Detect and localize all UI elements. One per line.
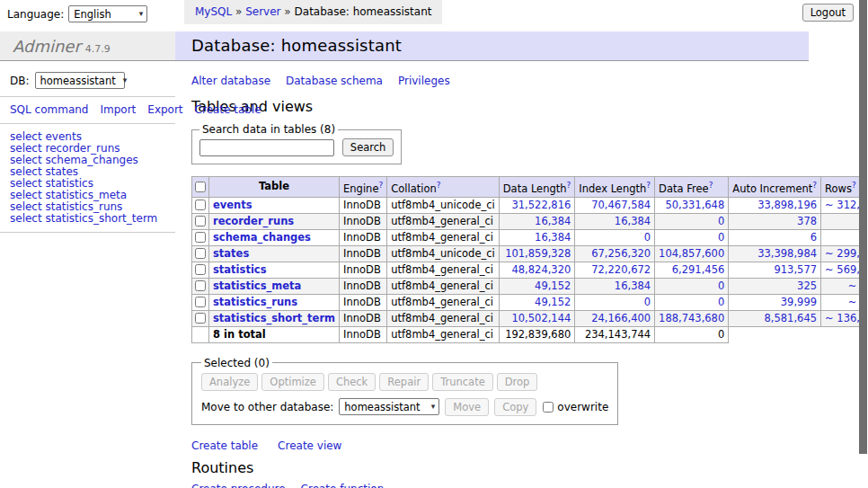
data_length-link[interactable]: 16,384 [535,231,571,244]
data_free-link[interactable]: 0 [718,215,724,227]
scrollbar[interactable] [859,0,868,488]
data_free-link[interactable]: 0 [718,296,724,308]
breadcrumb-link[interactable]: MySQL [195,5,232,18]
truncate-button[interactable]: Truncate [432,373,493,391]
table-name-link[interactable]: events [213,199,252,211]
cell-index_length: 70,467,584 [575,197,655,213]
cell-collation: utf8mb4_general_ci [387,294,500,310]
data_length-link[interactable]: 49,152 [535,279,571,292]
data_length-link[interactable]: 10,502,144 [511,312,571,324]
copy-button[interactable]: Copy [494,398,536,416]
breadcrumb-current: Database: homeassistant [295,5,432,18]
row-checkbox-cell [192,294,209,310]
move-db-select[interactable]: homeassistant ▾ [339,398,439,415]
table-name-link[interactable]: recorder_runs [213,215,294,227]
cell-index_length: 72,220,672 [575,262,655,278]
db-select[interactable]: homeassistant ▾ [35,72,125,89]
auto_increment-link[interactable]: 33,898,196 [757,199,817,211]
table-name-link[interactable]: schema_changes [213,231,311,244]
data_length-link[interactable]: 16,384 [535,215,571,227]
index_length-link[interactable]: 24,166,400 [591,312,651,324]
row-checkbox[interactable] [195,264,206,275]
table-name-link[interactable]: statistics_runs [213,296,297,308]
sidebar-action-links: SQL commandImportExportCreate table [10,104,164,116]
row-checkbox[interactable] [195,200,206,210]
column-help-link[interactable]: ? [812,181,817,190]
row-checkbox[interactable] [195,313,206,324]
table-name-link[interactable]: statistics [213,263,267,276]
subnav-link[interactable]: Database schema [286,75,383,87]
auto_increment-link[interactable]: 8,581,645 [765,312,818,324]
data_free-link[interactable]: 50,331,648 [665,199,724,211]
row-checkbox[interactable] [195,232,206,243]
data_free-link[interactable]: 104,857,600 [659,247,724,260]
data_free-link[interactable]: 188,743,680 [659,312,724,324]
repair-button[interactable]: Repair [379,373,429,391]
subnav-link[interactable]: Privileges [398,75,450,87]
row-checkbox[interactable] [195,297,206,307]
create-procedure-link[interactable]: Create procedure [191,483,286,488]
data_length-link[interactable]: 31,522,816 [511,199,571,211]
row-checkbox[interactable] [195,280,206,291]
row-checkbox[interactable] [195,248,206,259]
overwrite-checkbox[interactable] [543,402,554,413]
check-button[interactable]: Check [328,373,376,391]
column-help-link[interactable]: ? [646,181,651,190]
cell-data_free: 50,331,648 [655,197,729,213]
table-name-link[interactable]: statistics_meta [213,279,301,292]
index_length-link[interactable]: 0 [644,231,651,244]
logout-button[interactable]: Logout [802,4,854,22]
data_free-link[interactable]: 6,291,456 [672,263,725,276]
search-button[interactable]: Search [342,138,394,156]
sidebar-select-link[interactable]: select statistics_short_term [10,213,175,225]
breadcrumb-link[interactable]: Server [245,5,280,18]
auto_increment-link[interactable]: 913,577 [774,263,817,276]
search-input[interactable] [199,139,334,156]
create-function-link[interactable]: Create function [301,483,385,488]
data_length-link[interactable]: 101,859,328 [505,247,571,260]
chevron-down-icon: ▾ [123,76,128,84]
index_length-link[interactable]: 16,384 [615,279,651,292]
sidebar-action-link[interactable]: Import [100,103,136,116]
subnav-link[interactable]: Alter database [191,75,270,87]
auto_increment-link[interactable]: 33,398,984 [757,247,817,260]
optimize-button[interactable]: Optimize [261,373,324,391]
column-help-link[interactable]: ? [709,181,713,190]
table-name-link[interactable]: states [213,247,249,260]
index_length-link[interactable]: 70,467,584 [591,199,651,211]
drop-button[interactable]: Drop [497,373,538,391]
data_free-link[interactable]: 0 [718,279,724,292]
table-name-link[interactable]: statistics_short_term [213,312,335,324]
selected-fieldset: Selected (0) AnalyzeOptimizeCheckRepairT… [191,357,618,425]
data_free-link[interactable]: 0 [718,231,724,244]
sidebar-action-link[interactable]: Export [147,103,182,116]
column-help-link[interactable]: ? [567,181,571,190]
row-checkbox[interactable] [195,216,206,226]
scrollbar-thumb[interactable] [859,0,867,454]
create-table-link[interactable]: Create table [191,439,258,452]
index_length-link[interactable]: 67,256,320 [591,247,651,260]
breadcrumb: MySQL » Server » Database: homeassistant [184,0,442,24]
move-button[interactable]: Move [445,398,489,416]
select-all-checkbox[interactable] [195,182,206,192]
column-help-link[interactable]: ? [437,181,441,190]
index_length-link[interactable]: 72,220,672 [591,263,651,276]
db-value: homeassistant [40,75,116,87]
auto_increment-link[interactable]: 39,999 [781,296,817,308]
analyze-button[interactable]: Analyze [201,373,258,391]
index_length-link[interactable]: 0 [644,296,651,308]
column-help-link[interactable]: ? [378,181,383,190]
adminer-logo: Adminer4.7.9 [0,31,175,61]
cell-collation: utf8mb4_general_ci [387,262,500,278]
column-help-link[interactable]: ? [852,181,856,190]
cell-engine: InnoDB [340,197,387,213]
sidebar-action-link[interactable]: Create table [195,103,261,116]
create-view-link[interactable]: Create view [278,439,341,452]
data_length-link[interactable]: 48,824,320 [511,263,571,276]
data_length-link[interactable]: 49,152 [535,296,571,308]
auto_increment-link[interactable]: 6 [810,231,817,244]
auto_increment-link[interactable]: 325 [797,279,817,292]
sidebar-action-link[interactable]: SQL command [10,103,88,116]
index_length-link[interactable]: 16,384 [615,215,651,227]
auto_increment-link[interactable]: 378 [797,215,817,227]
